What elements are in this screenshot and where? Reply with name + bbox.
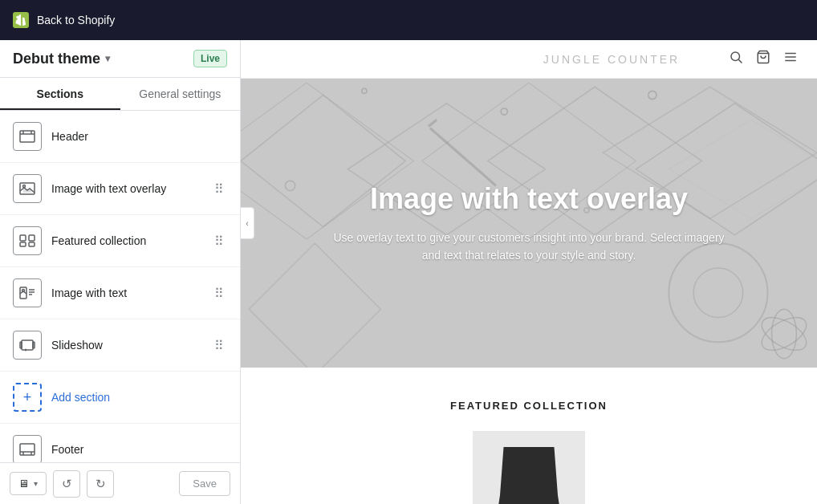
hero-content: Image with text overlay Use overlay text…	[312, 166, 746, 281]
device-selector[interactable]: 🖥 ▾	[10, 472, 47, 495]
header-section-label: Header	[51, 130, 227, 143]
svg-rect-10	[29, 242, 35, 246]
undo-icon: ↺	[62, 477, 72, 491]
store-nav-icons	[729, 50, 798, 68]
svg-point-50	[772, 309, 797, 359]
theme-dropdown-icon: ▾	[105, 53, 110, 64]
sidebar: Debut theme ▾ Live Sections General sett…	[0, 40, 241, 504]
svg-rect-17	[20, 342, 22, 348]
featured-collection-heading: FEATURED COLLECTION	[260, 400, 798, 412]
featured-collection-label: Featured collection	[51, 234, 211, 247]
topbar: Back to Shopify	[0, 0, 817, 40]
drag-handle-image-with-text[interactable]: ⠿	[211, 282, 227, 304]
footer-icon	[13, 435, 42, 462]
device-chevron-icon: ▾	[34, 479, 38, 488]
footer-label: Footer	[51, 443, 227, 456]
product-card[interactable]	[473, 431, 585, 504]
search-nav-icon[interactable]	[729, 50, 743, 68]
redo-button[interactable]: ↻	[87, 470, 114, 498]
svg-rect-18	[33, 342, 35, 348]
device-icon: 🖥	[18, 478, 29, 490]
hero-subtitle: Use overlay text to give your customers …	[328, 229, 730, 265]
sidebar-header: Debut theme ▾ Live	[0, 40, 240, 78]
section-item-image-with-text[interactable]: Image with text ⠿	[0, 267, 240, 319]
svg-rect-6	[23, 189, 31, 193]
svg-rect-9	[20, 242, 26, 246]
image-with-text-label: Image with text	[51, 287, 211, 299]
sections-list: Header Image with text overlay ⠿	[0, 111, 240, 462]
drag-handle-image-overlay[interactable]: ⠿	[211, 178, 227, 200]
svg-rect-22	[20, 444, 35, 455]
bottom-toolbar: 🖥 ▾ ↺ ↻ Save	[0, 462, 240, 504]
shopify-logo-icon	[13, 12, 29, 28]
drag-handle-featured-collection[interactable]: ⠿	[211, 230, 227, 252]
svg-point-26	[731, 52, 740, 61]
section-item-footer[interactable]: Footer	[0, 424, 240, 462]
svg-rect-8	[29, 235, 35, 241]
svg-point-42	[285, 181, 295, 190]
svg-point-38	[501, 108, 507, 115]
tab-sections[interactable]: Sections	[0, 78, 120, 110]
store-preview: JUNGLE COUNTER	[241, 40, 817, 504]
back-to-shopify-label[interactable]: Back to Shopify	[37, 14, 115, 26]
product-grid	[260, 431, 798, 504]
theme-name[interactable]: Debut theme ▾	[13, 51, 110, 67]
main-layout: Debut theme ▾ Live Sections General sett…	[0, 40, 817, 504]
hero-title: Image with text overlay	[328, 182, 730, 216]
image-overlay-icon	[13, 174, 42, 203]
save-button[interactable]: Save	[179, 471, 230, 496]
menu-nav-icon[interactable]	[783, 50, 798, 68]
svg-point-39	[362, 88, 367, 93]
svg-rect-7	[20, 235, 26, 241]
section-item-slideshow[interactable]: Slideshow ⠿	[0, 319, 240, 372]
header-icon	[13, 122, 42, 151]
store-logo: JUNGLE COUNTER	[494, 53, 729, 66]
undo-button[interactable]: ↺	[53, 470, 80, 498]
collapse-sidebar-button[interactable]: ‹	[241, 207, 254, 239]
section-item-image-with-text-overlay[interactable]: Image with text overlay ⠿	[0, 163, 240, 215]
svg-rect-16	[22, 340, 33, 350]
redo-icon: ↻	[96, 477, 106, 491]
image-with-text-overlay-label: Image with text overlay	[51, 182, 211, 195]
section-item-header[interactable]: Header	[0, 111, 240, 163]
add-section-item[interactable]: + Add section	[0, 372, 240, 424]
section-item-featured-collection[interactable]: Featured collection ⠿	[0, 215, 240, 267]
slideshow-label: Slideshow	[51, 339, 211, 352]
svg-line-27	[738, 59, 742, 63]
featured-collection-section: FEATURED COLLECTION	[241, 368, 817, 504]
drag-handle-slideshow[interactable]: ⠿	[211, 335, 227, 356]
product-image	[473, 431, 585, 504]
svg-point-40	[648, 91, 656, 99]
slideshow-icon	[13, 331, 42, 360]
product-jean-shape	[493, 447, 565, 504]
svg-point-5	[23, 185, 26, 188]
svg-point-49	[757, 311, 812, 356]
preview-area: JUNGLE COUNTER	[241, 40, 817, 504]
add-section-icon: +	[13, 383, 42, 412]
collection-icon	[13, 226, 42, 255]
image-text-icon	[13, 278, 42, 307]
tabs: Sections General settings	[0, 78, 240, 111]
cart-nav-icon[interactable]	[756, 50, 770, 68]
svg-line-44	[429, 120, 437, 126]
svg-rect-0	[20, 131, 35, 142]
live-badge: Live	[193, 50, 227, 67]
hero-section: ‹ Image with text overlay Use overlay te…	[241, 79, 817, 368]
store-nav: JUNGLE COUNTER	[241, 40, 817, 79]
add-section-label: Add section	[51, 391, 110, 404]
tab-general-settings[interactable]: General settings	[120, 78, 241, 110]
